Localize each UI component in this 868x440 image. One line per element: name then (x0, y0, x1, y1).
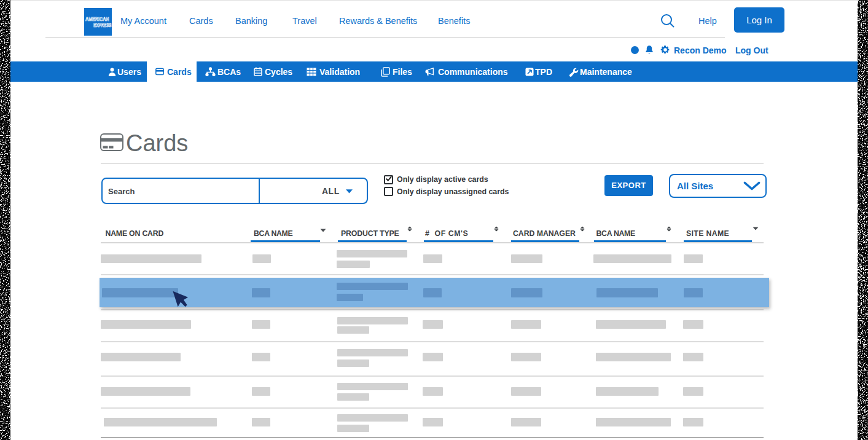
svg-text:EXPRESS: EXPRESS (93, 22, 112, 28)
